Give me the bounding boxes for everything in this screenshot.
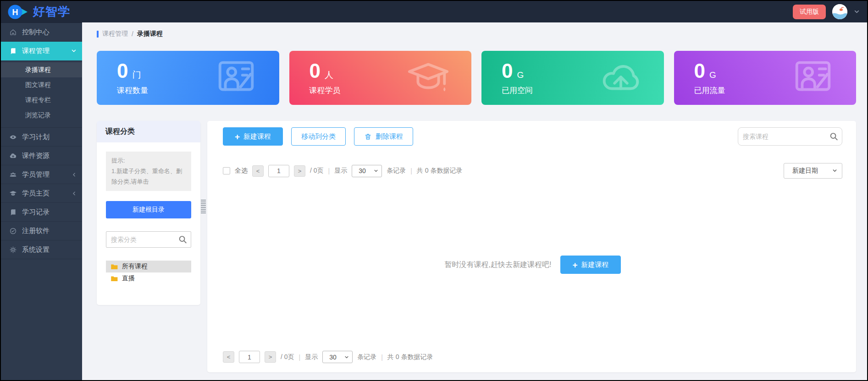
submenu-item-course-columns[interactable]: 课程专栏 [1, 93, 82, 108]
sidebar-item-label: 学员主页 [22, 189, 50, 198]
tip-title: 提示: [111, 156, 186, 166]
stat-value: 0 [310, 61, 321, 81]
gear-icon [9, 246, 17, 254]
page-size-select[interactable]: 30 [352, 165, 382, 177]
empty-state: 暂时没有课程,赶快去新建课程吧! + 新建课程 [223, 179, 842, 351]
user-menu-chevron-down-icon[interactable] [854, 9, 860, 15]
home-icon [9, 28, 17, 36]
stat-card-course-students: 0人 课程学员 [289, 51, 472, 105]
move-to-category-button[interactable]: 移动到分类 [291, 127, 346, 146]
topbar: H 好智学 试用版 [1, 1, 867, 22]
graduation-cap-icon [406, 55, 451, 100]
top-pagination: 全选 < > / 0页 | 显示 30 条记录 | 共 0 条数据记录 [223, 163, 842, 179]
presentation-board-icon [791, 55, 835, 100]
tree-item-live[interactable]: 直播 [106, 272, 191, 284]
page-total-label: / 0页 [281, 353, 294, 361]
records-label: 条记录 [357, 353, 376, 361]
course-toolbar: + 新建课程 移动到分类 删除课程 [223, 127, 842, 146]
folder-icon [111, 263, 118, 270]
chevron-down-icon [832, 167, 837, 174]
stat-unit: G [709, 70, 716, 80]
check-circle-icon [9, 227, 17, 235]
breadcrumb-section[interactable]: 课程管理 [102, 30, 128, 38]
cloud-upload-icon [9, 152, 17, 160]
empty-state-message: 暂时没有课程,赶快去新建课程吧! [445, 260, 552, 270]
sidebar-item-courseware-resources[interactable]: 课件资源 [1, 147, 82, 165]
sidebar-item-label: 学习计划 [22, 133, 50, 142]
logo-icon: H [7, 3, 28, 21]
submenu-item-browse-history[interactable]: 浏览记录 [1, 108, 82, 123]
plus-icon: + [235, 132, 240, 141]
new-course-button[interactable]: + 新建课程 [223, 127, 283, 146]
sidebar-item-label: 学员管理 [22, 170, 50, 179]
stat-value: 0 [502, 61, 513, 81]
category-panel-title: 课程分类 [97, 121, 200, 142]
breadcrumb: 课程管理 / 录播课程 [97, 30, 856, 38]
next-page-button[interactable]: > [294, 165, 305, 177]
chevron-down-icon [71, 48, 77, 54]
sidebar-item-label: 课件资源 [22, 152, 50, 160]
breadcrumb-current: 录播课程 [137, 30, 163, 38]
sidebar-item-label: 系统设置 [22, 245, 50, 254]
prev-page-button[interactable]: < [223, 351, 234, 363]
avatar[interactable] [832, 4, 847, 19]
search-icon[interactable] [829, 132, 838, 141]
breadcrumb-accent-bar [97, 31, 99, 38]
delete-course-button[interactable]: 删除课程 [354, 127, 413, 146]
brand-name: 好智学 [33, 4, 70, 20]
stat-card-course-count: 0门 课程数量 [97, 51, 279, 105]
panel-resize-handle[interactable] [201, 200, 206, 213]
total-records-label: 共 0 条数据记录 [417, 167, 463, 175]
users-icon [9, 171, 17, 179]
chevron-left-icon [72, 172, 77, 177]
course-submenu: 录播课程 图文课程 课程专栏 浏览记录 [1, 60, 82, 128]
trial-version-button[interactable]: 试用版 [793, 5, 826, 19]
course-category-panel: 课程分类 提示: 1.新建子分类、重命名、删除分类,请单击 新建根目录 [97, 121, 200, 305]
empty-state-new-course-button[interactable]: + 新建课程 [560, 256, 620, 274]
next-page-button[interactable]: > [265, 351, 276, 363]
page-size-select[interactable]: 30 [322, 351, 353, 363]
stat-cards-row: 0门 课程数量 0人 课程学员 0G [97, 51, 856, 105]
tree-item-label: 直播 [122, 274, 135, 283]
main-content: 课程管理 / 录播课程 0门 课程数量 0人 课程学员 [82, 22, 867, 380]
chevron-left-icon [72, 191, 77, 196]
trash-icon [364, 133, 372, 141]
sidebar-item-label: 学习记录 [22, 208, 50, 217]
course-search-input[interactable] [738, 127, 842, 146]
stat-card-used-space: 0G 已用空间 [481, 51, 664, 105]
page-number-input[interactable] [268, 165, 289, 177]
sidebar-item-study-plan[interactable]: 学习计划 [1, 128, 82, 147]
show-label: 显示 [334, 167, 347, 175]
total-records-label: 共 0 条数据记录 [387, 353, 433, 361]
new-root-directory-button[interactable]: 新建根目录 [106, 201, 191, 218]
folder-icon [111, 275, 118, 282]
page-total-label: / 0页 [310, 167, 324, 175]
sidebar-item-system-settings[interactable]: 系统设置 [1, 240, 82, 259]
prev-page-button[interactable]: < [252, 165, 264, 177]
graduation-cap-icon [9, 190, 17, 197]
select-all-checkbox[interactable] [223, 167, 230, 174]
sidebar: 控制中心 课程管理 录播课程 图文课程 课程专栏 浏览记录 [1, 22, 82, 380]
stat-unit: 门 [132, 70, 141, 80]
app-window: H 好智学 试用版 [0, 0, 868, 381]
sidebar-item-register-software[interactable]: 注册软件 [1, 222, 82, 240]
search-icon[interactable] [178, 235, 187, 244]
page-number-input[interactable] [239, 351, 260, 363]
stat-card-used-traffic: 0G 已用流量 [674, 51, 857, 105]
course-list-panel: + 新建课程 移动到分类 删除课程 [207, 121, 856, 372]
chevron-down-icon [344, 355, 349, 359]
sidebar-item-study-records[interactable]: 学习记录 [1, 203, 82, 222]
brand-logo: H 好智学 [7, 3, 70, 21]
submenu-item-text-courses[interactable]: 图文课程 [1, 77, 82, 93]
submenu-item-recorded-courses[interactable]: 录播课程 [1, 62, 82, 77]
tree-item-all-courses[interactable]: 所有课程 [106, 261, 191, 272]
stat-value: 0 [694, 61, 705, 81]
sidebar-item-course-management[interactable]: 课程管理 [1, 42, 82, 60]
breadcrumb-separator: / [132, 30, 133, 38]
sidebar-item-student-homepage[interactable]: 学员主页 [1, 184, 82, 203]
sidebar-item-student-management[interactable]: 学员管理 [1, 165, 82, 184]
bottom-pagination: < > / 0页 | 显示 30 条记录 | 共 0 条数据记录 [223, 351, 842, 363]
sort-by-date-select[interactable]: 新建日期 [784, 163, 842, 179]
stat-unit: 人 [325, 70, 333, 80]
sidebar-item-control-center[interactable]: 控制中心 [1, 23, 82, 42]
